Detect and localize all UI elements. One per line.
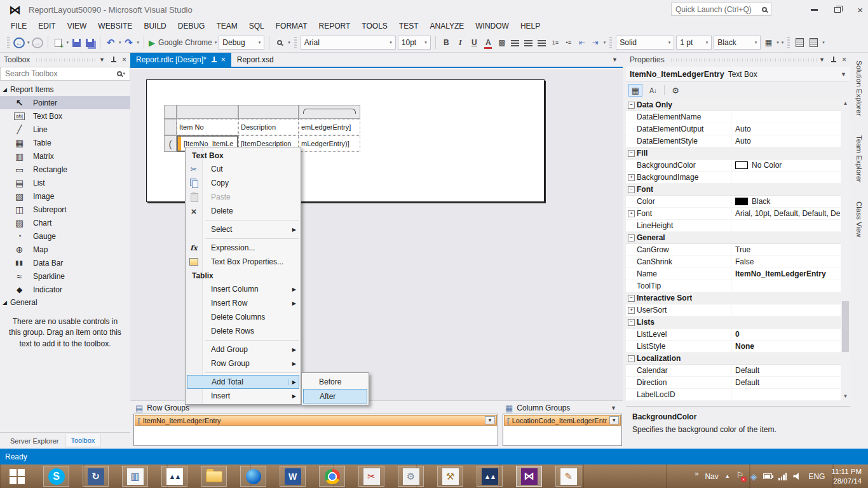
header-cell-description[interactable]: Description xyxy=(238,119,299,135)
property-row[interactable]: CanGrow True xyxy=(626,244,841,256)
property-row[interactable]: Font xyxy=(626,184,841,196)
header-cell-item-no[interactable]: Item No xyxy=(177,119,238,135)
property-row[interactable]: LabelLocID xyxy=(626,389,841,401)
menu-bar-item[interactable]: TEAM xyxy=(210,20,243,32)
report-layout-alt-button[interactable] xyxy=(810,38,818,47)
pane-menu-icon[interactable]: ▼ xyxy=(99,57,105,63)
property-row[interactable]: Calendar Default xyxy=(626,365,841,377)
row-handle-grouped[interactable]: ( xyxy=(164,135,177,152)
menu-bar-item[interactable]: WEBSITE xyxy=(92,20,138,32)
toolbar-overflow-icon[interactable]: ▾ xyxy=(782,40,784,45)
property-row[interactable]: DataElementStyle Auto xyxy=(626,135,841,147)
property-value[interactable]: Black xyxy=(731,196,841,207)
alphabetical-sort-button[interactable]: A↓ xyxy=(646,84,660,97)
expander-icon[interactable] xyxy=(626,234,637,241)
tab-report-xsd[interactable]: Report.xsd xyxy=(231,53,280,67)
property-row[interactable]: ToolTip xyxy=(626,280,841,292)
scroll-down-icon[interactable]: ▼ xyxy=(843,392,848,401)
property-row[interactable]: BackgroundColor No Color xyxy=(626,159,841,172)
quick-launch-input[interactable]: Quick Launch (Ctrl+Q) xyxy=(671,3,771,16)
show-hidden-icons-icon[interactable]: ▲ xyxy=(725,473,730,479)
tablix-table[interactable]: Item No Description emLedgerEntry] ( [It… xyxy=(164,105,360,152)
pin-icon[interactable] xyxy=(831,57,836,64)
borders-button[interactable]: ▦ xyxy=(763,36,774,50)
property-value[interactable]: True xyxy=(731,244,841,255)
word-icon[interactable]: W xyxy=(280,466,306,487)
property-row[interactable]: Lists xyxy=(626,316,841,329)
align-center-button[interactable] xyxy=(523,36,534,50)
language-indicator[interactable]: ENG xyxy=(808,472,825,481)
property-value[interactable]: Arial, 10pt, Default, Default, De xyxy=(731,208,841,219)
dropbox-icon[interactable]: ◈ xyxy=(750,471,757,482)
battery-icon[interactable] xyxy=(763,473,772,479)
expander-icon[interactable] xyxy=(626,186,637,193)
back-dropdown-icon[interactable]: ▾ xyxy=(27,40,30,45)
file-explorer-icon[interactable] xyxy=(201,466,227,487)
browser-dropdown-icon[interactable]: ▾ xyxy=(215,40,217,45)
toolbox-item[interactable]: Text Box xyxy=(0,109,130,123)
align-left-button[interactable] xyxy=(510,36,521,50)
column-handle[interactable] xyxy=(238,105,299,119)
font-name-combo[interactable]: Arial▾ xyxy=(301,36,396,50)
property-row[interactable]: ListStyle None xyxy=(626,341,841,353)
increase-indent-button[interactable]: ⇥ xyxy=(590,36,601,50)
report-layout-button[interactable] xyxy=(796,38,804,47)
toolbox-item[interactable]: Image xyxy=(0,189,130,203)
property-value[interactable]: Default xyxy=(731,377,841,388)
menu-bar-item[interactable]: REPORT xyxy=(313,20,356,32)
column-group-item[interactable]: [ LocationCode_ItemLedgerEntry ▼ xyxy=(504,415,621,426)
property-row[interactable]: Color Black xyxy=(626,196,841,208)
menu-bar-item[interactable]: VIEW xyxy=(62,20,93,32)
toolbox-item[interactable]: Map xyxy=(0,243,130,256)
group-dropdown-button[interactable]: ▼ xyxy=(485,416,495,424)
nav-dev-environment-icon[interactable]: ▥ xyxy=(122,466,148,487)
context-menu-item[interactable]: Add Total ▶ xyxy=(187,375,299,389)
scroll-up-icon[interactable]: ▲ xyxy=(843,99,848,108)
config-combo[interactable]: Debug▾ xyxy=(219,36,264,50)
object-selector-dropdown-icon[interactable]: ▼ xyxy=(841,71,846,78)
context-menu-item[interactable]: Row Group ▶ xyxy=(186,356,301,370)
navigate-forward-button[interactable]: → xyxy=(32,37,43,48)
expander-icon[interactable] xyxy=(626,355,637,362)
property-row[interactable]: Direction Default xyxy=(626,377,841,389)
property-value[interactable]: No Color xyxy=(731,159,841,171)
object-selector[interactable]: ItemNo_ItemLedgerEntry Text Box ▼ xyxy=(626,67,850,82)
menu-bar-item[interactable]: SQL xyxy=(243,20,270,32)
tray-overflow-chevron[interactable]: » xyxy=(695,470,698,477)
expander-icon[interactable] xyxy=(626,307,637,314)
redo-dropdown-icon[interactable]: ▾ xyxy=(137,40,140,45)
border-color-combo[interactable]: Black▾ xyxy=(714,36,761,50)
network-signal-icon[interactable] xyxy=(778,473,787,480)
context-menu-item[interactable]: Select ▶ xyxy=(186,222,301,236)
expander-icon[interactable] xyxy=(626,295,637,302)
property-row[interactable]: LineHeight xyxy=(626,220,841,232)
property-row[interactable]: Fill xyxy=(626,147,841,159)
side-tab[interactable]: Solution Explorer xyxy=(855,55,863,121)
context-menu-item[interactable]: Cut ▶ xyxy=(186,162,301,176)
property-value[interactable] xyxy=(731,304,841,316)
underline-button[interactable]: U xyxy=(468,36,480,50)
font-color-button[interactable]: A xyxy=(482,36,494,50)
snipping-tool-icon[interactable]: ✂ xyxy=(358,466,384,487)
bottom-panel-tab[interactable]: Toolbox xyxy=(65,434,100,447)
tablix-corner-handle[interactable] xyxy=(164,105,177,119)
property-row[interactable]: General xyxy=(626,232,841,244)
save-all-button[interactable] xyxy=(84,36,95,50)
property-value[interactable]: Auto xyxy=(731,123,841,135)
toolbox-item[interactable]: Subreport xyxy=(0,203,130,216)
new-item-dropdown-icon[interactable]: ▾ xyxy=(67,40,69,45)
start-debug-button[interactable]: ▶Google Chrome xyxy=(149,36,212,50)
menu-bar-item[interactable]: WINDOW xyxy=(470,20,515,32)
volume-icon[interactable] xyxy=(793,473,802,480)
menu-bar-item[interactable]: HELP xyxy=(515,20,546,32)
property-value[interactable] xyxy=(731,172,841,183)
cside-dev-icon[interactable]: ⚒ xyxy=(437,466,463,487)
column-handle-grouped[interactable] xyxy=(299,105,360,119)
toolbox-item[interactable]: Pointer xyxy=(0,96,130,109)
expander-icon[interactable] xyxy=(626,102,637,109)
property-value[interactable] xyxy=(731,389,841,400)
context-menu-item[interactable]: Delete Columns ▶ xyxy=(186,310,301,324)
toolbox-item[interactable]: Table xyxy=(0,136,130,149)
find-dropdown-icon[interactable]: ▾ xyxy=(288,40,290,45)
context-menu-item[interactable]: Insert Row ▶ xyxy=(186,296,301,310)
